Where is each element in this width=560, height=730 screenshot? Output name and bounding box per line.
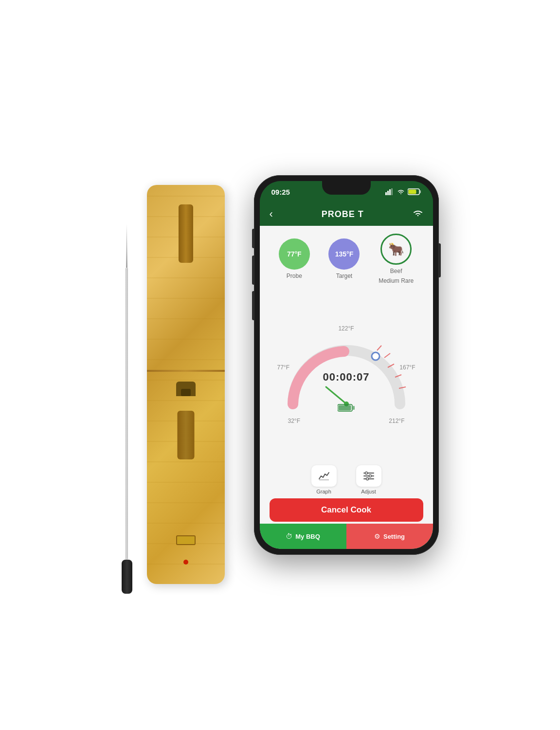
adjust-icon-box (356, 465, 381, 487)
svg-rect-2 (389, 189, 391, 195)
probe-info-row: 77°F Probe 135°F Target 🐂 Beef (260, 226, 433, 288)
signal-icon (385, 188, 394, 195)
graph-button[interactable]: Graph (311, 465, 337, 494)
animal-emoji: 🐂 (388, 242, 404, 257)
setting-tab[interactable]: ⚙ Setting (346, 524, 433, 549)
svg-rect-3 (391, 188, 393, 195)
svg-line-10 (384, 353, 390, 358)
animal-label1: Beef (390, 268, 402, 274)
animal-circle: 🐂 (380, 234, 412, 265)
gauge-section: 122°F 77°F 167°F 32°F 212°F (260, 288, 433, 461)
probe-tip (126, 224, 127, 268)
battery-gauge-icon (338, 403, 355, 412)
graph-icon-box (311, 465, 337, 487)
gauge-battery-icon (338, 403, 355, 415)
probe-handle (122, 560, 132, 594)
probe-temp-circle: 77°F (279, 238, 310, 270)
svg-rect-15 (353, 406, 355, 410)
adjust-button[interactable]: Adjust (356, 465, 381, 494)
nav-wifi-icon (413, 209, 423, 219)
animal-label2: Medium Rare (379, 277, 414, 284)
bamboo-slot-top (179, 204, 193, 263)
icon-row: Graph (270, 465, 423, 494)
setting-label: Setting (383, 533, 405, 540)
my-bbq-tab[interactable]: ⏱ My BBQ (260, 524, 346, 549)
graph-icon (318, 471, 330, 481)
adjust-label: Adjust (361, 489, 376, 494)
bamboo-usb-port (176, 535, 196, 545)
status-bar: 09:25 (260, 181, 433, 202)
probe-container (122, 224, 132, 594)
probe-shaft (126, 268, 128, 560)
bamboo-slot-bottom (177, 411, 194, 459)
target-label: Target (336, 273, 352, 279)
animal-badge[interactable]: 🐂 Beef Medium Rare (379, 234, 414, 284)
phone-container: 09:25 (254, 175, 439, 555)
phone-power-button (439, 243, 441, 277)
svg-point-23 (366, 478, 368, 480)
status-time: 09:25 (271, 188, 290, 196)
wifi-nav-icon (413, 209, 423, 217)
svg-rect-6 (408, 190, 416, 194)
svg-rect-5 (420, 190, 421, 193)
adjust-icon (363, 471, 375, 481)
bottom-actions: Graph (260, 461, 433, 524)
battery-icon (408, 188, 421, 195)
phone-volume-up-button (252, 256, 254, 285)
target-marker (372, 352, 379, 360)
gauge-timer: 00:00:07 (323, 371, 369, 383)
tab-bar: ⏱ My BBQ ⚙ Setting (260, 524, 433, 549)
phone-frame: 09:25 (254, 175, 439, 555)
phone-screen: 09:25 (260, 181, 433, 549)
back-button[interactable]: ‹ (270, 208, 273, 220)
setting-icon: ⚙ (374, 532, 380, 540)
status-icons (385, 188, 421, 195)
left-section (122, 185, 225, 584)
target-temp-badge: 135°F Target (328, 238, 360, 279)
svg-point-22 (369, 475, 371, 477)
bamboo-connector (176, 382, 196, 396)
graph-label: Graph (316, 489, 331, 494)
svg-line-12 (326, 387, 346, 404)
bamboo-indicator-dot (183, 560, 188, 565)
app-content: 77°F Probe 135°F Target 🐂 Beef (260, 226, 433, 549)
svg-rect-0 (385, 192, 387, 195)
status-notch (322, 181, 371, 195)
wifi-icon (397, 189, 405, 195)
bamboo-top (147, 185, 225, 370)
phone-mute-button (252, 229, 254, 248)
bamboo-bottom (147, 372, 225, 584)
cancel-cook-button[interactable]: Cancel Cook (270, 498, 423, 522)
nav-bar: ‹ PROBE T (260, 202, 433, 226)
svg-rect-16 (338, 405, 351, 411)
my-bbq-icon: ⏱ (286, 532, 292, 540)
svg-point-21 (365, 472, 367, 474)
phone-volume-down-button (252, 291, 254, 320)
gauge-wrapper: 122°F 77°F 167°F 32°F 212°F (273, 321, 419, 428)
probe-label: Probe (287, 273, 302, 279)
svg-line-11 (377, 346, 381, 350)
my-bbq-label: My BBQ (295, 533, 320, 540)
scene: 09:25 (13, 24, 548, 706)
bamboo-case (147, 185, 225, 584)
nav-title: PROBE T (322, 209, 364, 219)
svg-rect-1 (387, 191, 389, 195)
probe-temp-badge: 77°F Probe (279, 238, 310, 279)
target-temp-circle: 135°F (328, 238, 360, 270)
